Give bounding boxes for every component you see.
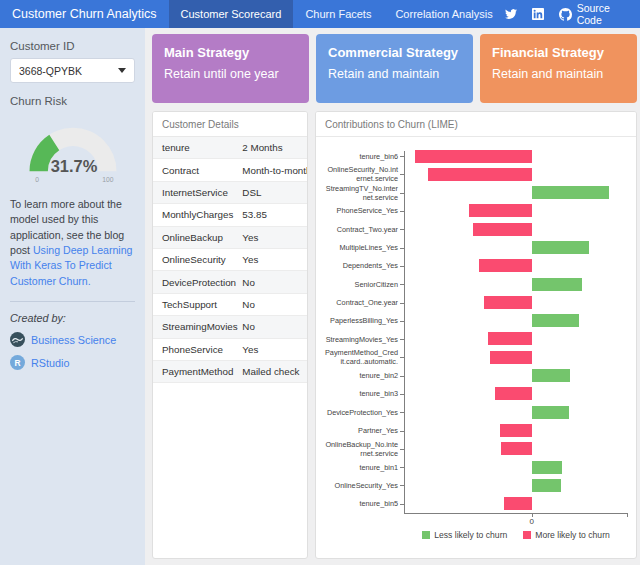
detail-key: PhoneService xyxy=(153,344,242,355)
rstudio-icon: R xyxy=(10,355,25,370)
tab-correlation-analysis[interactable]: Correlation Analysis xyxy=(383,0,504,28)
detail-value: Month-to-month xyxy=(242,165,307,176)
chart-track xyxy=(404,238,628,256)
chart-bar xyxy=(504,497,532,510)
chart-track xyxy=(404,275,628,293)
twitter-icon[interactable] xyxy=(505,8,517,20)
chart-y-label: Partner_Yes xyxy=(324,426,404,435)
tab-churn-facets[interactable]: Churn Facets xyxy=(293,0,383,28)
table-row: DeviceProtectionNo xyxy=(153,271,307,293)
chart-track xyxy=(404,147,628,165)
chart-y-label: PaymentMethod_Credit.card..automatic. xyxy=(324,348,404,366)
legend-swatch-icon xyxy=(523,531,531,539)
table-row: ContractMonth-to-month xyxy=(153,159,307,181)
chart-row-streamingmovies-yes: StreamingMovies_Yes xyxy=(324,330,628,348)
rstudio-link: RStudio xyxy=(31,357,69,369)
detail-key: MonthlyCharges xyxy=(153,209,242,220)
business-science-link: Business Science xyxy=(31,334,116,346)
about-text: To learn more about the model used by th… xyxy=(10,197,135,289)
chart-legend: Less likely to churnMore likely to churn xyxy=(404,530,628,540)
detail-value: Yes xyxy=(242,254,307,265)
x-axis-zero-label: 0 xyxy=(529,517,533,526)
table-row: OnlineBackupYes xyxy=(153,227,307,249)
linkedin-icon[interactable] xyxy=(532,8,544,20)
table-row: StreamingMoviesNo xyxy=(153,316,307,338)
chart-track xyxy=(404,367,628,385)
detail-key: OnlineSecurity xyxy=(153,254,242,265)
chart-row-tenure-bin3: tenure_bin3 xyxy=(324,385,628,403)
strategy-subtitle: Retain until one year xyxy=(164,67,297,81)
strategy-title: Main Strategy xyxy=(164,45,297,60)
chart-y-label: Contract_Two.year xyxy=(324,225,404,234)
chart-row-paperlessbilling-yes: PaperlessBilling_Yes xyxy=(324,312,628,330)
chart-y-label: MultipleLines_Yes xyxy=(324,243,404,252)
strategy-card-financial-strategy: Financial StrategyRetain and maintain xyxy=(480,34,637,103)
chart-bar xyxy=(484,296,532,309)
credit-rstudio[interactable]: R RStudio xyxy=(10,355,135,370)
strategy-subtitle: Retain and maintain xyxy=(492,67,625,81)
chart-bar xyxy=(473,223,532,236)
table-row: InternetServiceDSL xyxy=(153,182,307,204)
source-code-link[interactable]: Source Code xyxy=(559,2,626,26)
detail-value: No xyxy=(242,277,307,288)
dropdown-caret-icon xyxy=(118,68,126,73)
chart-row-deviceprotection-yes: DeviceProtection_Yes xyxy=(324,403,628,421)
legend-label: Less likely to churn xyxy=(434,530,507,540)
table-row: PaymentMethodMailed check xyxy=(153,361,307,383)
detail-key: Contract xyxy=(153,165,242,176)
chart-row-partner-yes: Partner_Yes xyxy=(324,421,628,439)
chart-y-label: SeniorCitizen xyxy=(324,280,404,289)
chart-row-contract-one-year: Contract_One.year xyxy=(324,293,628,311)
chart-bar xyxy=(415,150,532,163)
chart-track xyxy=(404,257,628,275)
chart-y-label: tenure_bin2 xyxy=(324,371,404,380)
chart-row-tenure-bin6: tenure_bin6 xyxy=(324,147,628,165)
chart-row-paymentmethod-credit-card-automatic: PaymentMethod_Credit.card..automatic. xyxy=(324,348,628,366)
chart-bar xyxy=(495,387,532,400)
main-content: Main StrategyRetain until one yearCommer… xyxy=(145,28,640,565)
lime-chart-card: Contributions to Churn (LIME) tenure_bin… xyxy=(315,111,637,559)
table-row: TechSupportNo xyxy=(153,294,307,316)
chart-row-contract-two-year: Contract_Two.year xyxy=(324,220,628,238)
detail-value: Yes xyxy=(242,232,307,243)
chart-y-label: PhoneService_Yes xyxy=(324,206,404,215)
strategy-card-main-strategy: Main StrategyRetain until one year xyxy=(152,34,309,103)
source-code-label: Source Code xyxy=(577,2,626,26)
chart-track xyxy=(404,458,628,476)
strategy-title: Commercial Strategy xyxy=(328,45,461,60)
detail-key: tenure xyxy=(153,142,242,153)
chart-track xyxy=(404,202,628,220)
detail-key: StreamingMovies xyxy=(153,321,242,332)
detail-value: No xyxy=(242,321,307,332)
chart-y-label: tenure_bin5 xyxy=(324,499,404,508)
legend-item-less-likely-to-churn: Less likely to churn xyxy=(422,530,507,540)
chart-track xyxy=(404,495,628,513)
detail-key: DeviceProtection xyxy=(153,277,242,288)
chart-bar xyxy=(500,424,532,437)
chart-row-onlinesecurity-no-internet-service: OnlineSecurity_No.internet.service xyxy=(324,165,628,183)
chart-y-label: OnlineSecurity_No.internet.service xyxy=(324,165,404,183)
credit-business-science[interactable]: Business Science xyxy=(10,332,135,347)
customer-id-select[interactable]: 3668-QPYBK xyxy=(10,58,135,83)
legend-label: More likely to churn xyxy=(535,530,610,540)
chart-y-label: Dependents_Yes xyxy=(324,261,404,270)
lime-chart-header: Contributions to Churn (LIME) xyxy=(316,112,636,137)
chart-track xyxy=(404,403,628,421)
chart-track xyxy=(404,293,628,311)
detail-value: 2 Months xyxy=(242,142,307,153)
chart-bar xyxy=(532,479,561,492)
chart-y-label: tenure_bin3 xyxy=(324,389,404,398)
chart-y-label: Contract_One.year xyxy=(324,298,404,307)
legend-item-more-likely-to-churn: More likely to churn xyxy=(523,530,610,540)
github-icon xyxy=(559,8,572,21)
chart-bar xyxy=(490,351,532,364)
detail-key: PaymentMethod xyxy=(153,366,242,377)
customer-details-card: Customer Details tenure2 MonthsContractM… xyxy=(152,111,308,559)
customer-details-header: Customer Details xyxy=(153,112,307,137)
detail-key: OnlineBackup xyxy=(153,232,242,243)
chart-bar xyxy=(469,204,532,217)
chart-track xyxy=(404,330,628,348)
table-row: OnlineSecurityYes xyxy=(153,249,307,271)
table-row: PhoneServiceYes xyxy=(153,339,307,361)
tab-customer-scorecard[interactable]: Customer Scorecard xyxy=(169,0,294,28)
